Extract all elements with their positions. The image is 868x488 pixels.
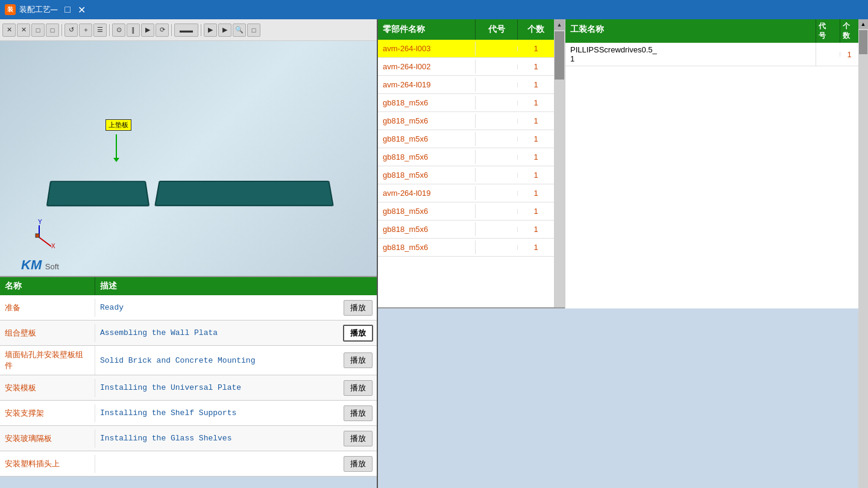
3d-part-right <box>154 181 334 206</box>
toolbar-btn-1[interactable]: ✕ <box>2 23 16 37</box>
play-button[interactable]: 播放 <box>344 405 373 421</box>
viewer-arrow <box>116 134 117 158</box>
toolbar-btn-13[interactable]: ▶ <box>204 23 217 37</box>
svg-line-2 <box>39 237 51 246</box>
toolbar-btn-3[interactable]: □ <box>31 23 45 37</box>
part-code <box>476 155 518 160</box>
window-controls[interactable]: ─ □ ✕ <box>51 4 86 16</box>
part-row[interactable]: gb818_m5x6 1 <box>378 239 554 257</box>
play-button[interactable]: 播放 <box>343 325 373 342</box>
play-button[interactable]: 播放 <box>344 300 373 316</box>
play-button[interactable]: 播放 <box>344 456 373 472</box>
app-icon: 装 <box>5 4 16 15</box>
parts-scroll-up[interactable]: ▲ <box>554 19 565 30</box>
parts-scrollbar[interactable]: ▲ <box>554 19 565 307</box>
play-button[interactable]: 播放 <box>344 380 373 396</box>
parts-panel: 零部件名称 代号 个数 avm-264-l003 1 avm-264-l002 … <box>378 19 565 308</box>
toolbar-sep-3 <box>171 24 172 36</box>
status-play[interactable]: 播放 <box>339 428 377 449</box>
status-header-desc: 描述 <box>95 277 339 295</box>
toolbar-btn-14[interactable]: ▶ <box>218 23 231 37</box>
part-name: avm-264-l003 <box>378 42 476 55</box>
app-title: 装配工艺 <box>19 4 51 15</box>
toolbar-btn-5[interactable]: ↺ <box>64 23 78 37</box>
status-row: 准备 Ready 播放 <box>0 295 377 321</box>
part-name: gb818_m5x6 <box>378 240 476 254</box>
status-play[interactable]: 播放 <box>339 378 377 398</box>
left-panel: ✕ ✕ □ □ ↺ ＋ ☰ ⊙ ‖ ▶ ⟳ ▬▬ ▶ ▶ 🔍 □ 上垫板 <box>0 19 377 488</box>
part-code <box>476 227 518 232</box>
toolbar-btn-16[interactable]: □ <box>247 23 260 37</box>
svg-text:X: X <box>51 243 55 249</box>
toolbar-btn-7[interactable]: ☰ <box>93 23 107 37</box>
part-row[interactable]: avm-264-l003 1 <box>378 40 554 58</box>
toolbar-btn-12[interactable]: ▬▬ <box>174 23 198 37</box>
part-row[interactable]: gb818_m5x6 1 <box>378 112 554 130</box>
parts-header-name: 零部件名称 <box>378 19 476 40</box>
status-desc: Solid Brick and Concrete Mounting <box>95 352 339 369</box>
status-play[interactable]: 播放 <box>339 454 377 474</box>
part-code <box>476 119 518 124</box>
part-row[interactable]: gb818_m5x6 1 <box>378 94 554 112</box>
svg-text:Y: Y <box>38 219 42 225</box>
part-row[interactable]: gb818_m5x6 1 <box>378 130 554 148</box>
toolbar-btn-11[interactable]: ⟳ <box>156 23 169 37</box>
close-button[interactable]: ✕ <box>78 4 86 16</box>
play-button[interactable]: 播放 <box>344 431 373 446</box>
status-header: 名称 描述 <box>0 277 377 295</box>
status-row: 墙面钻孔并安装壁板组件 Solid Brick and Concrete Mou… <box>0 346 377 375</box>
minimize-button[interactable]: ─ <box>51 4 57 16</box>
status-desc <box>95 460 339 468</box>
toolbar-btn-6[interactable]: ＋ <box>79 23 92 37</box>
parts-scroll-thumb[interactable] <box>555 31 564 80</box>
part-qty: 1 <box>518 78 554 92</box>
3d-part-left <box>46 181 150 206</box>
part-row[interactable]: gb818_m5x6 1 <box>378 202 554 221</box>
toolbar-btn-10[interactable]: ▶ <box>141 23 154 37</box>
parts-rows: avm-264-l003 1 avm-264-l002 1 avm-264-l0… <box>378 40 554 307</box>
part-name: gb818_m5x6 <box>378 204 476 218</box>
maximize-button[interactable]: □ <box>64 4 71 16</box>
status-header-play <box>339 277 377 295</box>
play-button[interactable]: 播放 <box>344 352 373 368</box>
status-name: 准备 <box>0 299 95 317</box>
upper-left: 上垫板 Y X <box>0 41 377 488</box>
scroll-thumb[interactable] <box>859 30 867 54</box>
scroll-up-arrow[interactable]: ▲ <box>858 19 868 29</box>
tool-qty: 1 <box>840 48 858 61</box>
part-row[interactable]: avm-264-l019 1 <box>378 184 554 202</box>
status-play[interactable]: 播放 <box>339 350 377 371</box>
right-area: 零部件名称 代号 个数 avm-264-l003 1 avm-264-l002 … <box>377 19 858 488</box>
status-play[interactable]: 播放 <box>339 298 377 318</box>
toolbar-btn-2[interactable]: ✕ <box>17 23 30 37</box>
part-row[interactable]: avm-264-l002 1 <box>378 58 554 76</box>
part-qty: 1 <box>518 204 554 218</box>
tools-header-name: 工装名称 <box>565 19 816 43</box>
tools-header-qty: 个数 <box>840 19 858 43</box>
part-qty: 1 <box>518 60 554 74</box>
part-row[interactable]: gb818_m5x6 1 <box>378 221 554 239</box>
part-qty: 1 <box>518 222 554 236</box>
part-name: gb818_m5x6 <box>378 114 476 128</box>
status-name: 墙面钻孔并安装壁板组件 <box>0 346 95 375</box>
part-code <box>476 83 518 87</box>
toolbar-btn-15[interactable]: 🔍 <box>233 23 246 37</box>
toolbar-btn-8[interactable]: ⊙ <box>112 23 125 37</box>
part-name: avm-264-l002 <box>378 60 476 74</box>
status-play[interactable]: 播放 <box>339 403 377 424</box>
status-name: 组合壁板 <box>0 324 95 342</box>
part-row[interactable]: gb818_m5x6 1 <box>378 166 554 184</box>
3d-viewer[interactable]: 上垫板 Y X <box>0 41 377 276</box>
right-scrollbar[interactable]: ▲ <box>858 19 868 488</box>
toolbar-btn-9[interactable]: ‖ <box>127 23 140 37</box>
tools-panel: 工装名称 代号 个数 PILLIPSScrewdrives0.5_ 1 1 <box>565 19 858 308</box>
part-name: avm-264-l019 <box>378 78 476 92</box>
part-row[interactable]: avm-264-l019 1 <box>378 76 554 94</box>
logo-text: Soft <box>45 262 59 271</box>
part-row[interactable]: gb818_m5x6 1 <box>378 148 554 166</box>
status-play[interactable]: 播放 <box>339 322 377 344</box>
parts-header: 零部件名称 代号 个数 <box>378 19 554 40</box>
toolbar-btn-4[interactable]: □ <box>46 23 59 37</box>
part-qty: 1 <box>518 114 554 128</box>
part-code <box>476 64 518 69</box>
